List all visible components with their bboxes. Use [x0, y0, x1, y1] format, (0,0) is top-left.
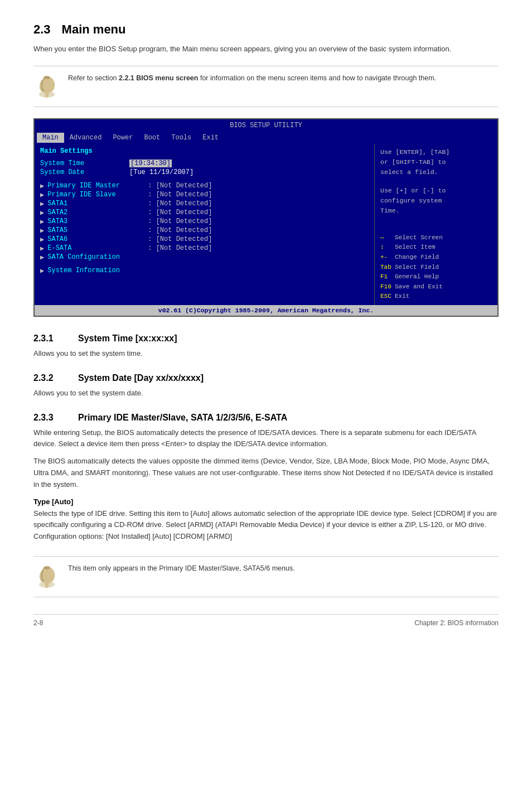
bios-key-table: ↔ Select Screen ↕ Select Item +- Change …	[380, 233, 492, 302]
bios-system-time-label: System Time	[40, 160, 129, 167]
bios-key-row-5: F10 Save and Exit	[380, 282, 492, 292]
bios-system-date-value[interactable]: [Tue 11/19/2007]	[129, 168, 194, 176]
bios-arrow-8: ▶	[40, 253, 44, 262]
bios-key-row-2: +- Change Field	[380, 253, 492, 263]
bios-menu-tools[interactable]: Tools	[166, 133, 197, 143]
bios-arrow-5: ▶	[40, 226, 44, 235]
bios-key-icon-3: Tab	[380, 263, 391, 273]
bios-menu-power[interactable]: Power	[107, 133, 138, 143]
bios-menu-advanced[interactable]: Advanced	[64, 133, 108, 143]
bios-list-label-7[interactable]: E-SATA	[47, 244, 148, 252]
bios-key-desc-3: Select Field	[395, 263, 439, 273]
bios-key-icon-1: ↕	[380, 243, 391, 253]
note-text-2: This item only appears in the Primary ID…	[68, 563, 295, 574]
bios-list-item-8: ▶ SATA Configuration	[40, 253, 369, 262]
sub-number-232: 2.3.2	[33, 373, 67, 383]
bios-list-label-0[interactable]: Primary IDE Master	[47, 182, 148, 190]
bios-list-value-2: : [Not Detected]	[148, 200, 212, 207]
bios-key-icon-6: ESC	[380, 292, 391, 302]
bios-section-title: Main Settings	[40, 147, 369, 155]
bios-arrow-0: ▶	[40, 182, 44, 190]
svg-point-1	[43, 76, 50, 79]
bios-list-label-1[interactable]: Primary IDE Slave	[47, 191, 148, 199]
bios-key-desc-6: Exit	[395, 292, 409, 302]
bios-key-desc-2: Change Field	[395, 253, 439, 263]
sub-desc-232: Allows you to set the system date.	[33, 388, 499, 399]
bios-key-row-3: Tab Select Field	[380, 263, 492, 273]
bios-menu-bar: Main Advanced Power Boot Tools Exit	[35, 132, 497, 144]
bios-key-icon-0: ↔	[380, 233, 391, 243]
bios-list-label-2[interactable]: SATA1	[47, 200, 148, 207]
footer-right: Chapter 2: BIOS information	[414, 619, 499, 627]
note-icon-2	[33, 563, 60, 590]
bios-list-item-3: ▶ SATA2 : [Not Detected]	[40, 209, 369, 217]
bios-list-item-1: ▶ Primary IDE Slave : [Not Detected]	[40, 191, 369, 199]
sub-desc-231: Allows you to set the system time.	[33, 348, 499, 360]
bios-system-date-label: System Date	[40, 168, 129, 176]
bios-list-value-7: : [Not Detected]	[148, 244, 212, 252]
bios-system-time-field: System Time [19:34:30]	[40, 160, 369, 167]
section-description: When you enter the BIOS Setup program, t…	[33, 44, 499, 55]
bios-list-item-0: ▶ Primary IDE Master : [Not Detected]	[40, 182, 369, 190]
sub-number-231: 2.3.1	[33, 334, 67, 344]
bios-list-label-8[interactable]: SATA Configuration	[47, 253, 148, 261]
sub-section-233: 2.3.3 Primary IDE Master/Slave, SATA 1/2…	[33, 413, 499, 543]
bios-key-row-1: ↕ Select Item	[380, 243, 492, 253]
bios-footer: v02.61 (C)Copyright 1985-2009, American …	[35, 305, 497, 316]
bios-key-row-6: ESC Exit	[380, 292, 492, 302]
sub-title-231: System Time [xx:xx:xx]	[78, 334, 177, 344]
bios-key-desc-0: Select Screen	[395, 233, 443, 243]
section-number: 2.3	[33, 22, 51, 37]
sub-desc-233-1: While entering Setup, the BIOS automatic…	[33, 427, 499, 451]
bios-key-icon-5: F10	[380, 282, 391, 292]
bios-list-value-6: : [Not Detected]	[148, 235, 212, 243]
bios-system-time-value[interactable]: [19:34:30]	[129, 160, 172, 167]
bios-list-label-sysinfo[interactable]: System Information	[47, 267, 148, 274]
bios-left-panel: Main Settings System Time [19:34:30] Sys…	[35, 144, 375, 306]
bios-menu-exit[interactable]: Exit	[197, 133, 224, 143]
bios-list-item-4: ▶ SATA3 : [Not Detected]	[40, 218, 369, 226]
bios-list-value-4: : [Not Detected]	[148, 218, 212, 225]
bios-key-desc-5: Save and Exit	[395, 282, 443, 292]
bios-list-label-5[interactable]: SATA5	[47, 226, 148, 234]
bios-screen: BIOS SETUP UTILITY Main Advanced Power B…	[33, 118, 499, 317]
bios-help-top: Use [ENTER], [TAB] or [SHIFT-TAB] to sel…	[380, 147, 492, 178]
bios-right-panel: Use [ENTER], [TAB] or [SHIFT-TAB] to sel…	[375, 144, 497, 306]
bios-system-info-item: ▶ System Information	[40, 267, 369, 275]
sub-heading-231: 2.3.1 System Time [xx:xx:xx]	[33, 334, 499, 344]
note-icon-1	[33, 73, 60, 100]
note-link: 2.2.1 BIOS menu screen	[119, 74, 198, 82]
section-heading: 2.3 Main menu	[33, 22, 499, 37]
type-heading: Type [Auto]	[33, 497, 499, 506]
note-box-1: Refer to section 2.2.1 BIOS menu screen …	[33, 66, 499, 107]
type-desc: Selects the type of IDE drive. Setting t…	[33, 508, 499, 543]
bios-key-row-0: ↔ Select Screen	[380, 233, 492, 243]
bios-list-value-1: : [Not Detected]	[148, 191, 212, 199]
bios-arrow-sysinfo: ▶	[40, 267, 44, 275]
bios-list-label-4[interactable]: SATA3	[47, 218, 148, 225]
bios-arrow-3: ▶	[40, 209, 44, 217]
bios-key-desc-4: General Help	[395, 272, 439, 282]
footer-left: 2-8	[33, 619, 43, 627]
bios-list-label-6[interactable]: SATA6	[47, 235, 148, 243]
bios-key-icon-4: F1	[380, 272, 391, 282]
bios-help-mid: Use [+] or [-] to configure system Time.	[380, 186, 492, 216]
bios-menu-main[interactable]: Main	[37, 133, 64, 143]
bios-list-value-0: : [Not Detected]	[148, 182, 212, 190]
bios-list-item-7: ▶ E-SATA : [Not Detected]	[40, 244, 369, 253]
note-box-2: This item only appears in the Primary ID…	[33, 556, 499, 597]
bios-list-item-5: ▶ SATA5 : [Not Detected]	[40, 226, 369, 235]
bios-key-desc-1: Select Item	[395, 243, 436, 253]
sub-title-233: Primary IDE Master/Slave, SATA 1/2/3/5/6…	[78, 413, 287, 423]
bios-arrow-6: ▶	[40, 235, 44, 244]
bios-menu-boot[interactable]: Boot	[138, 133, 166, 143]
sub-section-232: 2.3.2 System Date [Day xx/xx/xxxx] Allow…	[33, 373, 499, 399]
sub-title-232: System Date [Day xx/xx/xxxx]	[78, 373, 204, 383]
sub-number-233: 2.3.3	[33, 413, 67, 423]
bios-list-label-3[interactable]: SATA2	[47, 209, 148, 216]
bios-title-bar: BIOS SETUP UTILITY	[35, 119, 497, 132]
bios-key-icon-2: +-	[380, 253, 391, 263]
bios-arrow-1: ▶	[40, 191, 44, 199]
bios-arrow-2: ▶	[40, 200, 44, 208]
sub-section-231: 2.3.1 System Time [xx:xx:xx] Allows you …	[33, 334, 499, 360]
